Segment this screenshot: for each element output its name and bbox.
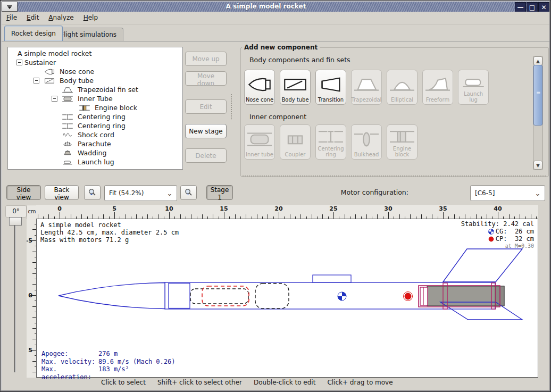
v-ruler-label: 5 xyxy=(27,347,32,354)
body-component-buttons: Nose coneBody tubeTransitionTrapezoidalE… xyxy=(244,70,489,105)
centering-ring-icon xyxy=(60,113,76,121)
add-transition-button[interactable]: Transition xyxy=(315,70,346,105)
launch-lug-icon xyxy=(60,159,76,166)
h-ruler-label: 25 xyxy=(327,205,340,212)
tree-collapse-icon[interactable] xyxy=(34,78,39,84)
tree-item-label: Parachute xyxy=(78,140,111,148)
wadding-icon xyxy=(60,149,75,157)
h-ruler-tick xyxy=(531,214,531,219)
menu-analyze[interactable]: Analyze xyxy=(44,12,78,23)
tree-item-shock-cord[interactable]: Shock cord xyxy=(8,130,182,139)
add-bulkhead-button[interactable]: Bulkhead xyxy=(351,124,382,160)
scroll-down-icon[interactable]: ▼ xyxy=(533,161,542,170)
new-stage-button[interactable]: New stage xyxy=(185,124,227,138)
engine-block-icon xyxy=(390,127,414,146)
tabpane-border xyxy=(2,41,549,41)
add-launch-lug-button[interactable]: Launch lug xyxy=(458,70,489,105)
back-view-button[interactable]: Back view xyxy=(45,185,79,200)
wadding-icon xyxy=(60,149,76,157)
add-elliptical-button[interactable]: Elliptical xyxy=(387,70,418,105)
h-ruler-tick xyxy=(312,214,312,219)
add-engine-block-button[interactable]: Engine block xyxy=(387,124,418,160)
zoom-out-button[interactable] xyxy=(84,185,101,200)
motor-configuration-combobox[interactable]: [C6-5] ⌄ xyxy=(470,185,545,201)
tree-collapse-icon[interactable] xyxy=(16,60,22,65)
launch-lug-shape[interactable] xyxy=(313,275,351,282)
status-hint: Shift+ click to select other xyxy=(157,379,242,386)
v-ruler-tick xyxy=(32,339,36,339)
h-ruler-label: 0 xyxy=(53,205,66,212)
body-tube-icon xyxy=(41,77,57,85)
fin-upper-shape[interactable] xyxy=(443,249,522,282)
h-ruler-tick xyxy=(235,214,236,219)
component-button-label: Nose cone xyxy=(246,97,273,103)
tree-item-wadding[interactable]: Wadding xyxy=(8,148,182,157)
v-ruler-label: -5 xyxy=(27,237,32,244)
menu-file[interactable]: File xyxy=(2,12,22,23)
add-inner-tube-button[interactable]: Inner tube xyxy=(244,124,275,160)
shock-cord-icon xyxy=(60,131,75,139)
tree-item-parachute[interactable]: Parachute xyxy=(8,139,182,148)
component-button-label: Coupler xyxy=(285,152,306,158)
delete-button: Delete xyxy=(185,148,227,163)
h-ruler-tick xyxy=(158,214,158,219)
tree-item-centering-ring[interactable]: Centering ring xyxy=(8,112,182,121)
v-ruler-tick xyxy=(32,317,36,318)
tree-item-centering-ring[interactable]: Centering ring xyxy=(8,121,182,130)
side-view-button[interactable]: Side view xyxy=(6,185,41,200)
maximize-button[interactable]: □ xyxy=(527,2,538,12)
h-ruler-tick xyxy=(136,214,137,219)
vertical-splitter-grip[interactable] xyxy=(230,94,232,120)
magnifier-minus-icon xyxy=(88,188,96,197)
motor-shape[interactable] xyxy=(427,286,504,306)
menu-edit[interactable]: Edit xyxy=(22,12,44,23)
close-button[interactable]: ✕ xyxy=(538,2,549,12)
add-nose-cone-button[interactable]: Nose cone xyxy=(244,70,275,105)
rocket-info-block: A simple model rocket Length 42.5 cm, ma… xyxy=(40,221,179,244)
rotation-slider-track[interactable] xyxy=(14,219,16,372)
scrollbar-thumb[interactable] xyxy=(533,65,542,126)
component-tree[interactable]: A simple model rocketSustainerNose coneB… xyxy=(7,47,183,170)
h-ruler-label: 30 xyxy=(382,205,395,212)
stage-1-toggle[interactable]: Stage 1 xyxy=(206,185,233,200)
add-coupler-button[interactable]: Coupler xyxy=(280,124,311,160)
horizontal-splitter-grip[interactable] xyxy=(242,175,547,177)
horizontal-ruler: 0510152025303540 xyxy=(36,205,538,219)
h-ruler-tick xyxy=(399,214,400,219)
tree-item-sustainer[interactable]: Sustainer xyxy=(8,58,182,67)
h-ruler-tick xyxy=(520,214,520,219)
window-menu-icon[interactable] xyxy=(2,2,18,12)
scroll-up-icon[interactable]: ▲ xyxy=(533,56,542,65)
tree-item-a-simple-model-rocket[interactable]: A simple model rocket xyxy=(8,49,182,58)
tree-item-launch-lug[interactable]: Launch lug xyxy=(8,157,182,166)
tab-rocket-design[interactable]: Rocket design xyxy=(4,26,63,41)
nose-cone-shape[interactable] xyxy=(59,283,165,309)
tree-item-trapezoidal-fin-set[interactable]: Trapezoidal fin set xyxy=(8,85,182,94)
tab-flight-simulations[interactable]: Flight simulations xyxy=(53,28,123,41)
zoom-in-button[interactable] xyxy=(180,185,197,200)
add-centering-ring-button[interactable]: Centering ring xyxy=(315,124,346,160)
elliptical-fin-icon xyxy=(390,76,414,94)
menu-help[interactable]: Help xyxy=(79,12,103,23)
component-panel-scrollbar[interactable]: ▲ ▼ xyxy=(533,56,543,170)
engine-block-shape[interactable] xyxy=(420,287,428,305)
coupler-icon xyxy=(283,127,307,152)
add-freeform-button[interactable]: Freeform xyxy=(422,70,453,105)
h-ruler-tick xyxy=(268,214,268,219)
rotation-slider-handle[interactable] xyxy=(9,217,22,226)
add-body-tube-button[interactable]: Body tube xyxy=(280,70,311,105)
h-ruler-label: 5 xyxy=(108,205,121,212)
minimize-button[interactable]: — xyxy=(515,2,526,12)
max-velocity-label: Max. velocity: xyxy=(41,358,98,366)
zoom-level-combobox[interactable]: Fit (54.2%) ⌄ xyxy=(104,185,177,201)
tree-item-inner-tube[interactable]: Inner Tube xyxy=(8,94,182,103)
tree-item-nose-cone[interactable]: Nose cone xyxy=(8,67,182,76)
tree-collapse-icon[interactable] xyxy=(52,96,57,102)
tree-item-engine-block[interactable]: Engine block xyxy=(8,103,182,112)
tree-item-body-tube[interactable]: Body tube xyxy=(8,76,182,85)
edit-button: Edit xyxy=(185,99,227,114)
engine-block-icon xyxy=(77,104,93,112)
add-trapezoidal-button[interactable]: Trapezoidal xyxy=(351,70,382,105)
chevron-down-icon: ⌄ xyxy=(163,189,177,197)
tab-bar: Rocket design Flight simulations xyxy=(2,24,549,41)
